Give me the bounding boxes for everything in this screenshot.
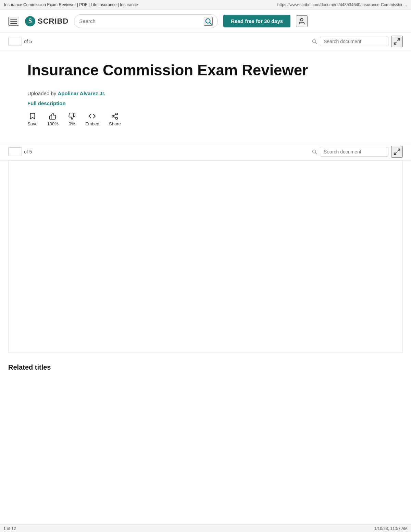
- scribd-logo-text: SCRIBD: [38, 17, 68, 26]
- thumbsdown-action[interactable]: 0%: [68, 112, 76, 126]
- doc-search-input-bottom[interactable]: [320, 147, 388, 157]
- page-number-input-bottom[interactable]: 3: [8, 147, 22, 156]
- thumbsup-action[interactable]: 100%: [47, 112, 59, 126]
- document-content: Insurance Commission Exam Reviewer Uploa…: [0, 50, 411, 143]
- code-icon: [88, 112, 96, 120]
- document-title: Insurance Commission Exam Reviewer: [27, 61, 384, 79]
- svg-line-8: [394, 42, 396, 44]
- svg-line-13: [114, 114, 116, 116]
- doc-search-area-top: [312, 36, 403, 47]
- save-action[interactable]: Save: [27, 112, 38, 126]
- browser-url: https://www.scribd.com/document/44853464…: [277, 2, 407, 7]
- hamburger-line: [10, 23, 17, 24]
- svg-line-7: [398, 39, 400, 41]
- save-label: Save: [27, 121, 38, 126]
- share-icon: [111, 112, 119, 120]
- page-navigation-bottom: 3 of 5: [8, 147, 32, 156]
- uploaded-by-label: Uploaded by: [27, 90, 56, 96]
- thumbsdown-label: 0%: [68, 121, 75, 126]
- full-description-link[interactable]: Full description: [27, 100, 66, 106]
- thumbsup-label: 100%: [47, 121, 59, 126]
- header: S SCRIBD Read free for 30 days: [0, 10, 411, 33]
- page-navigation-top: 3 of 5: [8, 37, 32, 46]
- svg-line-3: [210, 23, 211, 24]
- user-profile-button[interactable]: [296, 15, 308, 27]
- scribd-logo-icon: S: [25, 16, 36, 27]
- svg-line-15: [315, 153, 317, 154]
- page-of-label-bottom: of 5: [24, 149, 32, 154]
- page-number-input-top[interactable]: 3: [8, 37, 22, 46]
- svg-line-12: [114, 116, 116, 118]
- user-icon: [298, 17, 306, 25]
- hamburger-line: [10, 19, 17, 20]
- uploader-name-link[interactable]: Apolinar Alvarez Jr.: [58, 90, 105, 96]
- status-datetime: 1/10/23, 11:57 AM: [374, 526, 408, 531]
- svg-text:S: S: [28, 17, 32, 24]
- read-free-button[interactable]: Read free for 30 days: [223, 15, 290, 27]
- fullscreen-button-bottom[interactable]: [391, 146, 403, 158]
- search-submit-button[interactable]: [204, 17, 213, 26]
- svg-line-16: [398, 149, 400, 151]
- doc-search-icon-bottom: [312, 149, 317, 154]
- doc-search-icon-top: [312, 39, 317, 44]
- action-row: Save 100% 0% Embed: [27, 112, 384, 126]
- bookmark-icon: [29, 112, 36, 120]
- svg-point-4: [300, 18, 303, 21]
- browser-tab-title: Insurance Commission Exam Reviewer | PDF…: [4, 2, 138, 7]
- doc-toolbar-bottom: 3 of 5: [0, 143, 411, 161]
- thumbsdown-icon: [68, 112, 76, 120]
- document-viewer: [8, 161, 403, 352]
- browser-bar: Insurance Commission Exam Reviewer | PDF…: [0, 0, 411, 10]
- fullscreen-button-top[interactable]: [391, 36, 403, 47]
- doc-search-area-bottom: [312, 146, 403, 158]
- related-titles-section: Related titles: [0, 352, 411, 380]
- related-titles-heading: Related titles: [8, 363, 403, 371]
- browser-status-bar: 1 of 12 1/10/23, 11:57 AM: [0, 524, 411, 532]
- scribd-logo[interactable]: S SCRIBD: [25, 16, 68, 27]
- hamburger-line: [10, 21, 17, 22]
- embed-action[interactable]: Embed: [85, 112, 99, 126]
- svg-line-6: [315, 42, 317, 44]
- svg-line-17: [394, 152, 396, 154]
- fullscreen-icon-top: [393, 38, 401, 45]
- uploaded-by-line: Uploaded by Apolinar Alvarez Jr.: [27, 90, 384, 96]
- search-input[interactable]: [79, 18, 204, 24]
- share-label: Share: [109, 121, 121, 126]
- doc-search-input-top[interactable]: [320, 37, 388, 46]
- fullscreen-icon-bottom: [393, 148, 401, 156]
- doc-toolbar-top: 3 of 5: [0, 33, 411, 50]
- search-bar: [74, 14, 218, 28]
- embed-label: Embed: [85, 121, 99, 126]
- search-icon: [204, 17, 212, 25]
- status-page-count: 1 of 12: [3, 526, 16, 531]
- thumbsup-icon: [49, 112, 57, 120]
- share-action[interactable]: Share: [109, 112, 121, 126]
- hamburger-menu-button[interactable]: [8, 17, 19, 26]
- page-of-label-top: of 5: [24, 39, 32, 44]
